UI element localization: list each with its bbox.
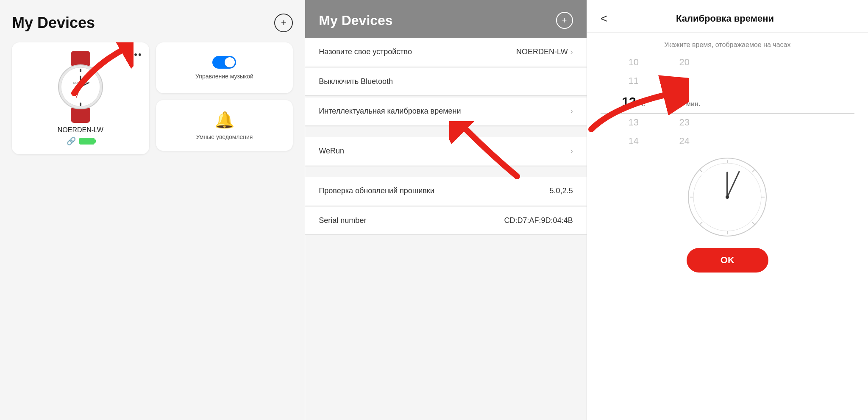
bell-icon: 🔔 xyxy=(214,111,234,129)
setting-serial[interactable]: Serial number CD:D7:AF:9D:04:4B xyxy=(305,207,586,235)
panel3-header: < Калибровка времени xyxy=(587,0,868,33)
panel3-subtitle: Укажите время, отображаемое на часах xyxy=(587,33,868,49)
link-icon: 🔗 xyxy=(67,136,76,146)
ok-button[interactable]: OK xyxy=(687,248,768,273)
setting-werun[interactable]: WeRun › xyxy=(305,137,586,165)
notify-card-label: Умные уведомления xyxy=(196,134,253,140)
svg-point-8 xyxy=(79,86,82,88)
setting-label-device-name: Назовите свое устройство xyxy=(319,47,412,56)
analog-clock-container xyxy=(587,155,868,239)
panel2-title: My Devices xyxy=(319,13,392,28)
spacer2 xyxy=(305,167,586,177)
analog-clock xyxy=(685,155,770,239)
add-device-button[interactable]: + xyxy=(274,14,293,32)
minute-24: 24 xyxy=(663,132,706,150)
setting-value-firmware: 5.0,2.5 xyxy=(550,186,573,195)
notifications-card[interactable]: 🔔 Умные уведомления xyxy=(156,100,293,151)
music-card-label: Управление музыкой xyxy=(195,73,253,80)
hour-12-selected: 12 ч. xyxy=(612,90,655,113)
setting-label-firmware: Проверка обновлений прошивки xyxy=(319,186,434,195)
setting-value-serial: CD:D7:AF:9D:04:4B xyxy=(504,216,573,225)
battery-indicator xyxy=(79,138,95,145)
hour-11: 11 xyxy=(612,72,655,90)
side-cards: Управление музыкой 🔔 Умные уведомления xyxy=(156,42,293,154)
music-control-card[interactable]: Управление музыкой xyxy=(156,42,293,93)
hour-13: 13 xyxy=(612,113,655,132)
minute-unit: мин. xyxy=(686,100,701,107)
chevron-icon: › xyxy=(570,47,573,56)
back-button[interactable]: < xyxy=(601,12,607,25)
watch-illustration: NOERDEN xyxy=(53,51,108,123)
device-status: 🔗 xyxy=(67,136,95,146)
time-picker-container: 10 11 12 ч. 13 14 20 21 22 мин. 23 24 xyxy=(587,49,868,155)
svg-rect-9 xyxy=(80,69,81,72)
music-toggle[interactable] xyxy=(212,56,236,69)
setting-label-werun: WeRun xyxy=(319,147,344,156)
setting-calibration[interactable]: Интеллектуальная калибровка времени › xyxy=(305,97,586,125)
panel3-title: Калибровка времени xyxy=(614,13,836,24)
panel1-title: My Devices xyxy=(12,14,95,32)
hours-column[interactable]: 10 11 12 ч. 13 14 xyxy=(612,53,655,150)
chevron-werun-icon: › xyxy=(570,147,573,156)
device-card-main: ••• NOERDEN xyxy=(12,42,149,154)
devices-grid: ••• NOERDEN xyxy=(12,42,293,154)
minute-23: 23 xyxy=(663,113,706,132)
hour-unit: ч. xyxy=(640,100,645,107)
more-options-icon[interactable]: ••• xyxy=(130,49,142,60)
setting-label-serial: Serial number xyxy=(319,216,366,225)
minute-22-selected: 22 мин. xyxy=(663,90,706,113)
panel2-add-button[interactable]: + xyxy=(556,12,573,29)
panel-calibration: < Калибровка времени Укажите время, отоб… xyxy=(587,0,868,420)
panel1-header: My Devices + xyxy=(12,14,293,32)
setting-device-name[interactable]: Назовите свое устройство NOERDEN-LW › xyxy=(305,38,586,66)
hour-14: 14 xyxy=(612,132,655,150)
spacer xyxy=(305,127,586,137)
device-name: NOERDEN-LW xyxy=(58,126,103,134)
minute-20: 20 xyxy=(663,53,706,72)
setting-value-device-name: NOERDEN-LW › xyxy=(516,47,573,56)
svg-rect-10 xyxy=(80,103,81,106)
hour-10: 10 xyxy=(612,53,655,72)
setting-firmware[interactable]: Проверка обновлений прошивки 5.0,2.5 xyxy=(305,177,586,205)
calibration-row-wrap: Интеллектуальная калибровка времени › xyxy=(305,97,586,125)
panel-my-devices-2: My Devices + Назовите свое устройство NO… xyxy=(305,0,587,420)
chevron-calibration-icon: › xyxy=(570,107,573,116)
panel-my-devices-1: My Devices + ••• NOERDEN xyxy=(0,0,305,420)
time-picker: 10 11 12 ч. 13 14 20 21 22 мин. 23 24 xyxy=(587,49,868,155)
setting-bluetooth[interactable]: Выключить Bluetooth xyxy=(305,68,586,96)
panel2-header: My Devices + xyxy=(305,0,586,38)
setting-label-bluetooth: Выключить Bluetooth xyxy=(319,77,393,86)
settings-list: Назовите свое устройство NOERDEN-LW › Вы… xyxy=(305,38,586,420)
svg-point-26 xyxy=(726,195,729,199)
minute-21: 21 xyxy=(663,72,706,90)
minutes-column[interactable]: 20 21 22 мин. 23 24 xyxy=(663,53,706,150)
setting-label-calibration: Интеллектуальная калибровка времени xyxy=(319,107,461,116)
